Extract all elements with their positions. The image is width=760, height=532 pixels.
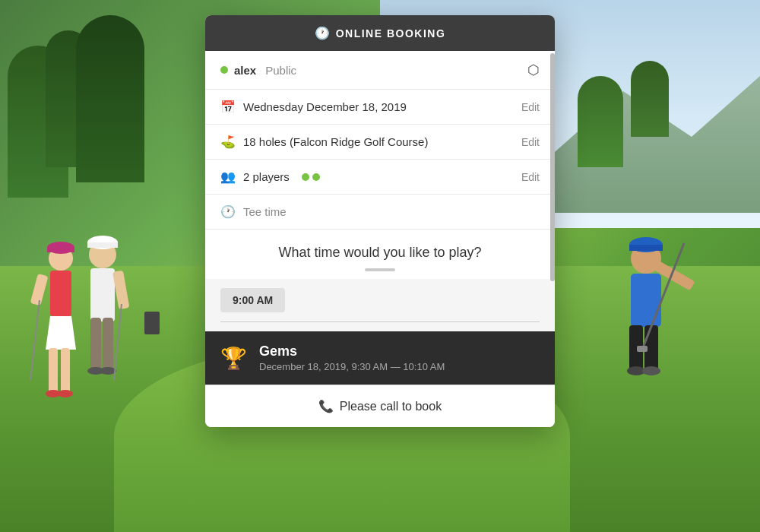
svg-rect-16 [103, 318, 113, 371]
svg-point-8 [58, 390, 73, 397]
players-icon: 👥 [220, 169, 236, 184]
svg-point-18 [100, 367, 116, 375]
question-text: What time would you like to play? [220, 245, 540, 261]
trophy-icon: 🏆 [220, 346, 247, 371]
modal-title: ONLINE BOOKING [336, 27, 446, 40]
question-section: What time would you like to play? [205, 230, 555, 279]
svg-rect-6 [61, 348, 70, 394]
share-icon[interactable]: ⬡ [527, 62, 540, 78]
svg-rect-2 [47, 248, 74, 252]
svg-rect-5 [49, 348, 58, 394]
tree-right-1 [578, 76, 623, 167]
online-indicator [220, 66, 228, 74]
booking-card[interactable]: 🏆 Gems December 18, 2019, 9:30 AM — 10:1… [205, 331, 555, 385]
holes-row: ⛳ 18 holes (Falcon Ridge Golf Course) Ed… [205, 125, 555, 160]
modal-header: 🕐 ONLINE BOOKING [205, 15, 555, 51]
booking-name: Gems [259, 344, 540, 359]
calendar-icon: 📅 [220, 100, 236, 114]
players-info: 👥 2 players [220, 169, 521, 184]
svg-rect-13 [87, 242, 118, 248]
username: alex [234, 64, 256, 77]
svg-rect-15 [90, 318, 101, 371]
phone-icon: 📞 [318, 399, 334, 413]
golfer-right [585, 228, 722, 471]
tree-right-2 [631, 61, 669, 137]
holes-value: 18 holes (Falcon Ridge Golf Course) [243, 135, 428, 148]
date-row: 📅 Wednesday December 18, 2019 Edit [205, 90, 555, 125]
players-row: 👥 2 players Edit [205, 160, 555, 195]
holes-edit-button[interactable]: Edit [521, 136, 540, 148]
trash-can [144, 312, 160, 334]
svg-rect-3 [50, 271, 71, 316]
date-value: Wednesday December 18, 2019 [243, 100, 407, 113]
scrollbar[interactable] [550, 53, 555, 281]
svg-rect-31 [637, 346, 648, 352]
tree-left-3 [76, 15, 144, 182]
user-type: Public [265, 64, 296, 77]
svg-marker-4 [46, 316, 76, 350]
svg-rect-14 [90, 268, 115, 321]
call-button-label: Please call to book [340, 400, 442, 413]
call-to-book-button[interactable]: 📞 Please call to book [205, 385, 555, 427]
holes-info: ⛳ 18 holes (Falcon Ridge Golf Course) [220, 135, 521, 149]
time-button[interactable]: 9:00 AM [220, 288, 285, 312]
time-divider [220, 321, 540, 322]
golfer-left-group [23, 228, 144, 456]
player-dots [302, 173, 320, 181]
date-info: 📅 Wednesday December 18, 2019 [220, 100, 521, 114]
booking-time: December 18, 2019, 9:30 AM — 10:10 AM [259, 361, 540, 372]
user-row: alex Public ⬡ [205, 51, 555, 90]
players-edit-button[interactable]: Edit [521, 171, 540, 183]
players-value: 2 players [243, 170, 290, 183]
clock-icon: 🕐 [315, 26, 330, 40]
drag-handle[interactable] [365, 268, 395, 271]
booking-info: Gems December 18, 2019, 9:30 AM — 10:10 … [259, 344, 540, 372]
svg-line-10 [30, 300, 40, 380]
svg-rect-23 [629, 245, 663, 251]
tee-time-label: Tee time [243, 205, 287, 218]
svg-line-20 [114, 304, 122, 380]
golf-icon: ⛳ [220, 135, 236, 149]
svg-point-28 [642, 366, 660, 375]
modal-panel: 🕐 ONLINE BOOKING alex Public ⬡ 📅 Wednesd… [205, 15, 555, 427]
tee-time-row: 🕐 Tee time [205, 195, 555, 230]
tee-clock-icon: 🕐 [220, 204, 236, 219]
svg-rect-19 [112, 271, 129, 310]
player-dot-1 [302, 173, 309, 181]
svg-rect-24 [631, 274, 661, 327]
date-edit-button[interactable]: Edit [521, 101, 540, 113]
player-dot-2 [312, 173, 320, 181]
user-info: alex Public [220, 64, 296, 77]
time-selector: 9:00 AM [205, 279, 555, 331]
